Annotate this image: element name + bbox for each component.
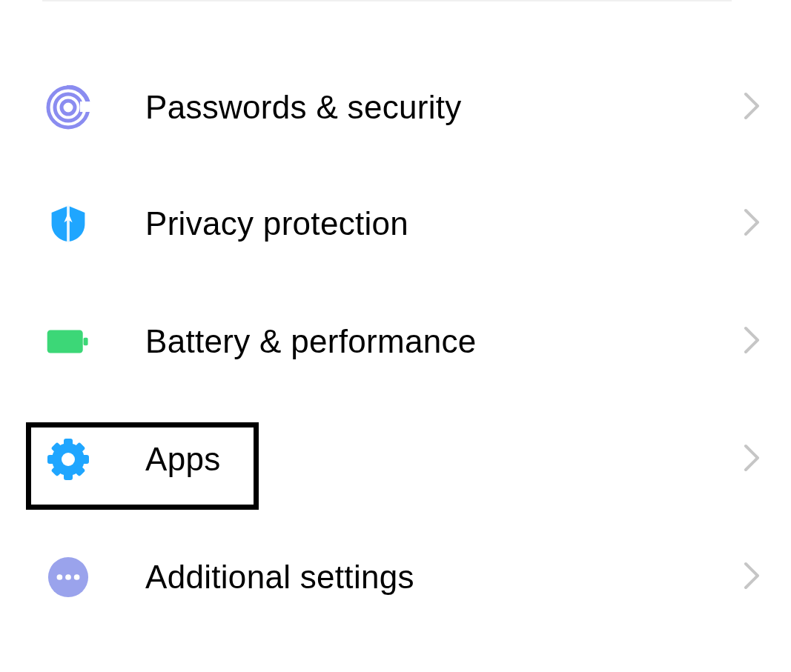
settings-item-apps[interactable]: Apps	[0, 400, 791, 519]
settings-item-label: Battery & performance	[145, 323, 477, 360]
dots-icon	[46, 555, 90, 599]
svg-point-16	[62, 453, 75, 466]
svg-point-20	[74, 574, 80, 580]
chevron-right-icon	[744, 444, 760, 475]
svg-rect-3	[80, 102, 90, 112]
divider	[42, 0, 732, 1]
svg-point-1	[55, 94, 82, 121]
settings-item-label: Additional settings	[145, 559, 414, 596]
settings-item-label: Passwords & security	[145, 89, 462, 126]
svg-rect-5	[47, 330, 83, 353]
settings-list: Passwords & security Privacy protection …	[0, 0, 791, 672]
settings-item-additional[interactable]: Additional settings	[0, 518, 791, 636]
settings-item-label: Privacy protection	[145, 205, 408, 242]
battery-icon	[46, 319, 90, 364]
settings-item-privacy[interactable]: Privacy protection	[0, 164, 791, 283]
fingerprint-icon	[46, 85, 90, 130]
chevron-right-icon	[744, 326, 760, 357]
chevron-right-icon	[744, 92, 760, 123]
svg-rect-8	[64, 439, 73, 448]
settings-item-label: Apps	[145, 441, 221, 478]
settings-item-battery[interactable]: Battery & performance	[0, 282, 791, 401]
svg-rect-6	[84, 338, 88, 345]
svg-rect-10	[47, 455, 56, 464]
settings-item-passwords[interactable]: Passwords & security	[0, 48, 791, 167]
svg-rect-11	[80, 455, 89, 464]
svg-rect-9	[64, 471, 73, 480]
svg-rect-4	[67, 206, 70, 242]
svg-point-2	[62, 101, 75, 114]
chevron-right-icon	[744, 208, 760, 239]
chevron-right-icon	[744, 562, 760, 593]
svg-point-19	[65, 574, 71, 580]
shield-icon	[46, 202, 90, 246]
gear-icon	[46, 437, 90, 482]
svg-point-18	[57, 574, 63, 580]
